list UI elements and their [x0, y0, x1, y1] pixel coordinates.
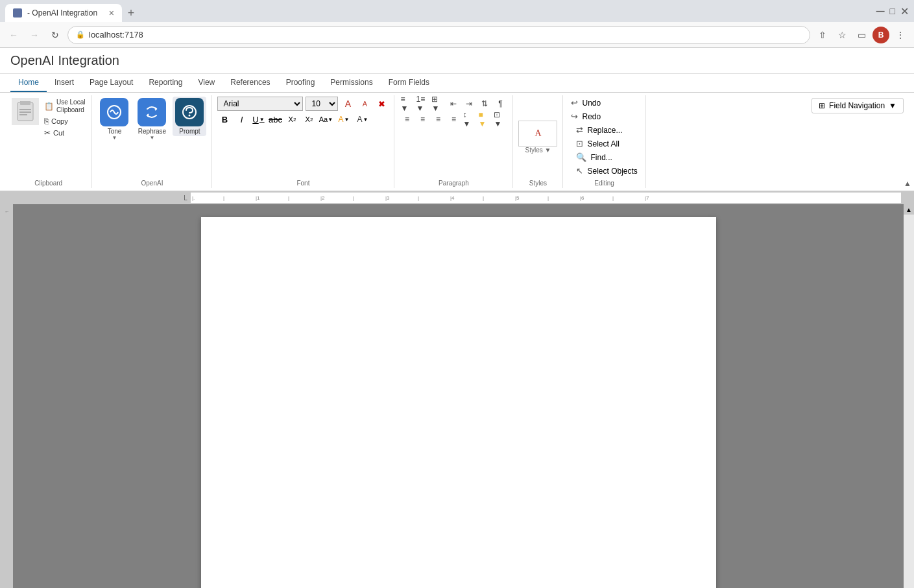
back-btn[interactable]: ← — [5, 27, 22, 43]
document-page[interactable] — [201, 217, 716, 588]
sort-btn[interactable]: ⇅ — [477, 97, 492, 111]
borders-btn[interactable]: ⊡ ▼ — [493, 112, 507, 126]
justify-btn[interactable]: ≡ — [446, 112, 461, 126]
document-scroll[interactable] — [13, 204, 904, 588]
increase-indent-btn[interactable]: ⇥ — [462, 97, 476, 111]
font-case-btn[interactable]: Aa ▼ — [319, 112, 333, 126]
clipboard-group: 📋 Use LocalClipboard ⎘ Copy ✂ Cut Cl — [5, 95, 92, 188]
prompt-label: Prompt — [179, 128, 200, 135]
font-family-select[interactable]: Arial Times New Roman Calibri — [217, 97, 303, 111]
bullets-btn[interactable]: ≡ ▼ — [400, 97, 414, 111]
cut-icon: ✂ — [44, 128, 51, 137]
tone-label: Tone — [108, 128, 122, 135]
ribbon-tabs: Home Insert Page Layout Reporting View R… — [0, 74, 914, 93]
italic-btn[interactable]: I — [234, 112, 248, 126]
svg-point-8 — [189, 115, 191, 117]
superscript-btn[interactable]: X2 — [302, 112, 316, 126]
font-color-icon: A — [357, 115, 362, 124]
tab-references[interactable]: References — [222, 74, 278, 92]
menu-btn[interactable]: ⋮ — [892, 27, 909, 43]
underline-btn[interactable]: U ▼ — [251, 112, 265, 126]
shading-btn[interactable]: ■ ▼ — [477, 112, 492, 126]
replace-label: Replace... — [587, 126, 622, 135]
bookmark-btn[interactable]: ☆ — [834, 27, 850, 43]
tab-view[interactable]: View — [190, 74, 222, 92]
copy-btn[interactable]: ⎘ Copy — [43, 116, 86, 126]
line-spacing-btn[interactable]: ↕ ▼ — [462, 112, 476, 126]
align-center-btn[interactable]: ≡ — [415, 112, 429, 126]
font-group-label: Font — [296, 177, 309, 187]
svg-rect-4 — [19, 112, 31, 113]
undo-btn[interactable]: ↩ Undo — [568, 97, 603, 109]
tab-close-btn[interactable]: × — [109, 8, 114, 18]
align-right-btn[interactable]: ≡ — [431, 112, 445, 126]
scroll-up-btn[interactable]: ▲ — [904, 204, 914, 215]
para-align-row: ≡ ≡ ≡ ≡ ↕ ▼ ■ ▼ ⊡ ▼ — [400, 112, 507, 126]
grow-font-btn[interactable]: A — [341, 97, 355, 111]
tone-btn[interactable]: Tone ▼ — [97, 97, 131, 142]
new-tab-btn[interactable]: + — [122, 4, 140, 22]
styles-box: A Styles ▼ — [518, 121, 557, 154]
numbering-btn[interactable]: 1≡ ▼ — [415, 97, 429, 111]
tab-home[interactable]: Home — [10, 74, 47, 92]
url-display: localhost:7178 — [89, 30, 143, 40]
minimize-icon[interactable]: ─ — [876, 5, 885, 18]
tab-page-layout[interactable]: Page Layout — [82, 74, 141, 92]
address-bar[interactable]: 🔒 localhost:7178 — [67, 26, 810, 44]
select-all-btn[interactable]: ⊡ Select All — [573, 137, 640, 150]
replace-btn[interactable]: ⇄ Replace... — [573, 124, 640, 136]
redo-btn[interactable]: ↪ Redo — [568, 110, 603, 123]
paste-btn[interactable] — [10, 97, 40, 126]
reload-btn[interactable]: ↻ — [47, 27, 64, 43]
profile-btn[interactable]: B — [872, 27, 889, 43]
forward-btn[interactable]: → — [26, 27, 43, 43]
browser-tab-active[interactable]: - OpenAI Integration × — [5, 4, 122, 22]
tab-favicon — [13, 8, 22, 18]
app-title: OpenAI Integration — [0, 48, 914, 74]
collapse-ribbon-btn[interactable]: ▲ — [904, 179, 911, 188]
styles-dropdown[interactable]: Styles ▼ — [525, 147, 551, 154]
svg-rect-3 — [19, 109, 31, 110]
strikethrough-btn[interactable]: abc — [268, 112, 282, 126]
tab-proofing[interactable]: Proofing — [278, 74, 323, 92]
cut-btn[interactable]: ✂ Cut — [43, 128, 86, 138]
undoredo-group-content: ↩ Undo ↪ Redo ⇄ Replace... — [568, 97, 640, 177]
openai-group: Tone ▼ Rephrase ▼ — [92, 95, 212, 188]
restore-icon[interactable]: □ — [890, 6, 895, 16]
multilevel-list-btn[interactable]: ⊞ ▼ — [431, 97, 445, 111]
show-formatting-btn[interactable]: ¶ — [493, 97, 507, 111]
close-icon[interactable]: ✕ — [900, 5, 909, 18]
select-objects-btn[interactable]: ↖ Select Objects — [573, 165, 640, 177]
font-color-btn[interactable]: A ▼ — [354, 113, 370, 125]
rephrase-btn[interactable]: Rephrase ▼ — [135, 97, 169, 142]
share-btn[interactable]: ⇧ — [814, 27, 831, 43]
field-nav-btn[interactable]: ⊞ Field Navigation ▼ — [812, 98, 904, 113]
sidebar-toggle-btn[interactable]: ▭ — [853, 27, 870, 43]
highlight-color-btn[interactable]: A ▼ — [335, 113, 352, 125]
tab-reporting[interactable]: Reporting — [141, 74, 190, 92]
use-local-clipboard-btn[interactable]: 📋 Use LocalClipboard — [43, 98, 86, 115]
copy-icon: ⎘ — [44, 117, 49, 126]
font-format-row: B I U ▼ abc X2 X2 Aa ▼ A ▼ A ▼ — [217, 112, 370, 126]
copy-label: Copy — [51, 117, 68, 125]
align-left-btn[interactable]: ≡ — [400, 112, 414, 126]
field-nav-icon: ⊞ — [819, 101, 825, 110]
tab-permissions[interactable]: Permissions — [322, 74, 380, 92]
rephrase-label: Rephrase — [138, 128, 166, 135]
select-all-icon: ⊡ — [576, 139, 583, 148]
find-btn[interactable]: 🔍 Find... — [573, 151, 640, 163]
bold-btn[interactable]: B — [217, 112, 232, 126]
prompt-btn[interactable]: Prompt — [173, 97, 206, 136]
styles-preview: A — [518, 121, 557, 147]
tab-form-fields[interactable]: Form Fields — [381, 74, 437, 92]
clear-format-btn[interactable]: ✖ — [374, 97, 389, 111]
ruler-corner[interactable]: L — [180, 193, 191, 203]
para-list-row: ≡ ▼ 1≡ ▼ ⊞ ▼ ⇤ ⇥ ⇅ ¶ — [400, 97, 507, 111]
tab-insert[interactable]: Insert — [47, 74, 82, 92]
subscript-btn[interactable]: X2 — [285, 112, 299, 126]
field-nav-chevron: ▼ — [889, 101, 896, 110]
decrease-indent-btn[interactable]: ⇤ — [446, 97, 461, 111]
font-size-select[interactable]: 10 11 12 14 — [306, 97, 338, 111]
shrink-font-btn[interactable]: A — [357, 97, 372, 111]
ribbon-content: 📋 Use LocalClipboard ⎘ Copy ✂ Cut Cl — [0, 93, 914, 191]
